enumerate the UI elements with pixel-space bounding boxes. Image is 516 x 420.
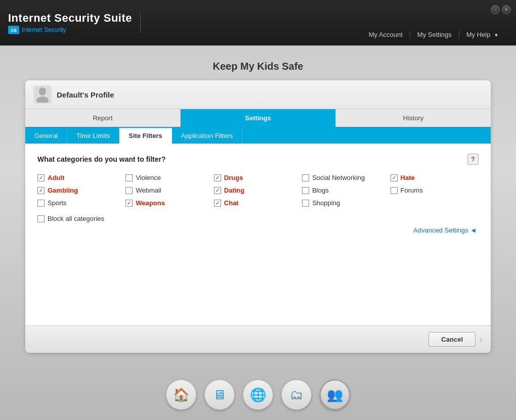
subtab-general[interactable]: General [25, 128, 67, 144]
label-hate: Hate [401, 174, 415, 181]
my-settings-link[interactable]: My Settings [410, 31, 459, 38]
page-title: Keep My Kids Safe [213, 61, 304, 72]
category-adult: Adult [37, 174, 125, 181]
category-dating: Dating [214, 186, 302, 194]
my-help-arrow: ▼ [494, 32, 499, 38]
app-title-section: Internet Security Suite ca Internet Secu… [8, 12, 132, 34]
minimize-button[interactable]: − [491, 5, 500, 14]
category-chat: Chat [214, 199, 302, 207]
my-help-link[interactable]: My Help ▼ [459, 31, 506, 38]
category-blogs: Blogs [302, 186, 390, 194]
window-controls: − ✕ [491, 5, 511, 14]
title-divider [140, 13, 141, 33]
sub-tabs: General Time Limits Site Filters Applica… [25, 128, 491, 144]
checkbox-hate[interactable] [391, 174, 398, 181]
filter-question-row: What categories do you want to filter? ? [37, 154, 479, 165]
tab-settings[interactable]: Settings [181, 109, 336, 127]
help-button[interactable]: ? [467, 154, 479, 165]
bottom-dock: 🏠 🖥 🌐 🗂 👥 [0, 380, 516, 410]
category-social-networking: Social Networking [302, 174, 390, 181]
main-card: Default's Profile Report Settings Histor… [25, 80, 491, 353]
monitor-icon: 🖥 [213, 387, 226, 403]
checkbox-webmail[interactable] [125, 187, 133, 194]
dock-people[interactable]: 👥 [320, 380, 350, 410]
label-sports: Sports [48, 199, 67, 207]
checkbox-sports[interactable] [37, 200, 45, 207]
label-gambling: Gambling [48, 186, 78, 194]
checkbox-adult[interactable] [37, 174, 45, 181]
checkbox-violence[interactable] [125, 174, 133, 181]
ca-logo: ca [8, 26, 19, 34]
checkbox-drugs[interactable] [214, 174, 221, 181]
people-icon: 👥 [327, 387, 343, 403]
checkbox-shopping[interactable] [302, 200, 309, 207]
footer-arrow: › [480, 334, 483, 345]
profile-header: Default's Profile [25, 80, 491, 109]
profile-name: Default's Profile [57, 90, 114, 99]
label-blogs: Blogs [312, 186, 329, 194]
category-forums: Forums [391, 186, 479, 194]
checkbox-block-all[interactable] [37, 215, 45, 222]
app-subtitle: ca Internet Security [8, 26, 132, 34]
checkbox-blogs[interactable] [302, 187, 309, 194]
block-all-row: Block all categories [37, 215, 479, 222]
dock-home[interactable]: 🏠 [166, 380, 196, 410]
filter-question: What categories do you want to filter? [37, 155, 166, 163]
svg-point-1 [36, 97, 49, 103]
folder-icon: 🗂 [290, 387, 303, 403]
app-subtitle-text: Internet Security [22, 26, 66, 33]
categories-grid: Adult Violence Drugs Social Networking H… [37, 174, 479, 207]
checkbox-social-networking[interactable] [302, 174, 309, 181]
label-adult: Adult [48, 174, 64, 181]
label-forums: Forums [401, 186, 423, 194]
checkbox-weapons[interactable] [125, 200, 133, 207]
card-footer: Cancel › [25, 325, 491, 353]
nav-links: My Account My Settings My Help ▼ [362, 31, 506, 38]
main-tabs: Report Settings History [25, 109, 491, 128]
dock-globe[interactable]: 🌐 [243, 380, 273, 410]
category-drugs: Drugs [214, 174, 302, 181]
checkbox-chat[interactable] [214, 200, 221, 207]
checkbox-dating[interactable] [214, 187, 221, 194]
category-webmail: Webmail [125, 186, 213, 194]
subtab-application-filters[interactable]: Application Filters [172, 128, 243, 144]
dock-monitor[interactable]: 🖥 [204, 380, 235, 410]
my-account-link[interactable]: My Account [362, 31, 410, 38]
filter-content: What categories do you want to filter? ?… [25, 144, 491, 325]
label-social-networking: Social Networking [312, 174, 365, 181]
category-sports: Sports [37, 199, 125, 207]
label-drugs: Drugs [224, 174, 243, 181]
label-dating: Dating [224, 186, 244, 194]
tab-report[interactable]: Report [25, 109, 181, 127]
svg-point-0 [39, 87, 46, 96]
app-title: Internet Security Suite [8, 12, 132, 25]
category-shopping: Shopping [302, 199, 390, 207]
avatar [33, 85, 52, 104]
title-bar: − ✕ Internet Security Suite ca Internet … [0, 0, 516, 45]
checkbox-forums[interactable] [391, 187, 398, 194]
main-content: Keep My Kids Safe Default's Profile Repo… [0, 45, 516, 363]
globe-icon: 🌐 [250, 387, 266, 403]
label-chat: Chat [224, 199, 239, 207]
category-placeholder [391, 199, 479, 207]
label-violence: Violence [136, 174, 161, 181]
label-weapons: Weapons [136, 199, 165, 207]
checkbox-gambling[interactable] [37, 187, 45, 194]
category-gambling: Gambling [37, 186, 125, 194]
subtab-site-filters[interactable]: Site Filters [119, 128, 171, 144]
close-button[interactable]: ✕ [502, 5, 511, 14]
cancel-button[interactable]: Cancel [428, 332, 476, 347]
home-icon: 🏠 [173, 387, 189, 403]
subtab-time-limits[interactable]: Time Limits [67, 128, 119, 144]
block-all-label: Block all categories [48, 215, 104, 222]
advanced-settings-link[interactable]: Advanced Settings ◄ [37, 226, 479, 234]
category-hate: Hate [391, 174, 479, 181]
label-webmail: Webmail [136, 186, 161, 194]
category-weapons: Weapons [125, 199, 213, 207]
label-shopping: Shopping [312, 199, 340, 207]
dock-folder[interactable]: 🗂 [281, 380, 312, 410]
category-violence: Violence [125, 174, 213, 181]
tab-history[interactable]: History [336, 109, 491, 127]
